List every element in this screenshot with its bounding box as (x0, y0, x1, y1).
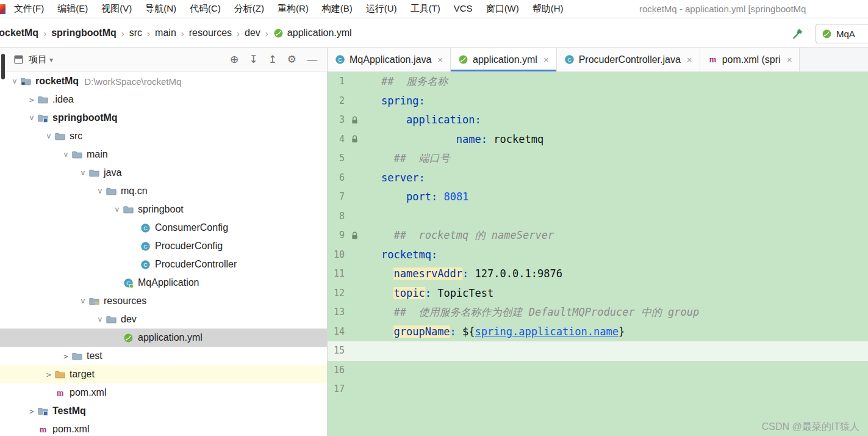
tree-item-.idea[interactable]: >.idea (0, 90, 327, 109)
menu-item[interactable]: 窗口(W) (479, 3, 526, 13)
chevron-expanded-icon[interactable]: > (62, 148, 71, 161)
code-line-12[interactable]: 12 topic: TopicTest (328, 284, 868, 303)
chevron-expanded-icon[interactable]: > (27, 112, 37, 124)
code-line-8[interactable]: 8 (328, 207, 868, 227)
chevron-expanded-icon[interactable]: > (10, 75, 20, 87)
breadcrumb-item[interactable]: springbootMq (51, 27, 117, 38)
line-number: 9 (328, 226, 345, 245)
run-configuration-selector[interactable]: MqA (816, 24, 868, 43)
breadcrumb-item[interactable]: src (129, 27, 142, 38)
tree-item-application.yml[interactable]: application.yml (0, 329, 327, 347)
chevron-expanded-icon[interactable]: > (96, 313, 105, 325)
menu-item[interactable]: 重构(R) (271, 3, 315, 13)
class-icon: C (140, 260, 151, 270)
tree-item-pom.xml[interactable]: mpom.xml (0, 383, 327, 402)
tree-item-label: mq.cn (121, 186, 148, 197)
locate-file-icon[interactable]: ⊕ (230, 54, 239, 65)
maven-icon: m (38, 424, 48, 435)
tree-item-test[interactable]: >test (0, 347, 327, 365)
code-line-13[interactable]: 13 ## 使用服务名称作为创建 DefaultMQProducer 中的 gr… (328, 303, 868, 322)
tree-item-springboot[interactable]: >springboot (0, 200, 327, 219)
gutter-lock-icon[interactable] (351, 231, 359, 240)
code-line-3[interactable]: 3 application: (328, 111, 868, 130)
breadcrumb-item[interactable]: dev (245, 27, 260, 38)
hide-panel-icon[interactable]: — (307, 54, 317, 65)
chevron-expanded-icon[interactable]: > (45, 130, 54, 142)
menu-item[interactable]: 文件(F) (7, 3, 51, 13)
maven-icon: m (55, 388, 65, 398)
breadcrumb-item[interactable]: resources (189, 27, 232, 38)
chevron-expanded-icon[interactable]: > (96, 185, 105, 197)
tree-item-src[interactable]: >src (0, 127, 327, 145)
tab-close-icon[interactable]: × (787, 54, 792, 65)
menu-item[interactable]: 代码(C) (183, 3, 228, 13)
code-line-10[interactable]: 10rocketmq: (328, 245, 868, 265)
line-number: 4 (328, 130, 345, 150)
code-line-15[interactable]: 15 (328, 341, 868, 361)
menu-bar: 文件(F)编辑(E)视图(V)导航(N)代码(C)分析(Z)重构(R)构建(B)… (0, 0, 868, 18)
code-line-2[interactable]: 2spring: (328, 92, 868, 111)
menu-item[interactable]: 帮助(H) (526, 3, 570, 13)
menu-item[interactable]: 分析(Z) (228, 3, 271, 13)
editor-tab-pom.xml (spri[interactable]: mpom.xml (spri× (700, 48, 800, 71)
tree-item-resources[interactable]: >resources (0, 292, 327, 310)
gutter-lock-icon[interactable] (351, 135, 359, 144)
menu-item[interactable]: 运行(U) (359, 3, 404, 13)
gutter-lock-icon[interactable] (351, 116, 359, 125)
chevron-expanded-icon[interactable]: > (79, 295, 88, 307)
code-line-7[interactable]: 7 port: 8081 (328, 187, 868, 207)
editor-tab-MqApplication.java[interactable]: CMqApplication.java× (328, 48, 451, 71)
chevron-down-icon[interactable]: ▾ (49, 56, 53, 64)
tree-item-mq.cn[interactable]: >mq.cn (0, 182, 327, 200)
code-line-11[interactable]: 11 namesrvAddr: 127.0.0.1:9876 (328, 264, 868, 284)
chevron-expanded-icon[interactable]: > (79, 167, 88, 179)
chevron-collapsed-icon[interactable]: > (26, 407, 38, 416)
build-hammer-icon[interactable] (791, 27, 804, 40)
collapse-all-icon[interactable]: ↥ (268, 54, 277, 65)
tab-close-icon[interactable]: × (687, 54, 692, 65)
tab-close-icon[interactable]: × (437, 54, 443, 65)
tree-item-java[interactable]: >java (0, 164, 327, 182)
folder-icon (72, 150, 82, 160)
chevron-expanded-icon[interactable]: > (113, 203, 122, 216)
tree-item-target[interactable]: >target (0, 365, 327, 383)
tree-item-main[interactable]: >main (0, 145, 327, 164)
tree-item-pom.xml[interactable]: mpom.xml (0, 420, 327, 436)
menu-item[interactable]: 构建(B) (315, 3, 359, 13)
code-line-16[interactable]: 16 (328, 361, 868, 380)
tree-item-ProcuderConfig[interactable]: CProcuderConfig (0, 237, 327, 255)
editor-tab-application.yml[interactable]: application.yml× (451, 48, 557, 71)
code-editor[interactable]: 1## 服务名称2spring:3 application:4 name: ro… (328, 72, 868, 436)
settings-gear-icon[interactable]: ⚙ (287, 54, 296, 65)
code-line-1[interactable]: 1## 服务名称 (328, 72, 868, 92)
chevron-collapsed-icon[interactable]: > (26, 95, 38, 104)
menu-item[interactable]: 导航(N) (138, 3, 183, 13)
tab-close-icon[interactable]: × (543, 54, 549, 65)
code-line-17[interactable]: 17 (328, 380, 868, 399)
breadcrumb-item[interactable]: application.yml (273, 27, 352, 38)
tree-item-label: application.yml (138, 332, 203, 343)
expand-all-icon[interactable]: ↧ (249, 54, 257, 65)
tree-item-dev[interactable]: >dev (0, 310, 327, 329)
tree-item-ProcuderController[interactable]: CProcuderController (0, 255, 327, 274)
chevron-collapsed-icon[interactable]: > (43, 370, 55, 379)
editor-tab-ProcuderController.java[interactable]: CProcuderController.java× (557, 48, 700, 71)
tree-item-MqApplication[interactable]: CMqApplication (0, 274, 327, 292)
tree-item-rocketMq[interactable]: >rocketMqD:\workSpace\rocketMq (0, 72, 327, 90)
chevron-collapsed-icon[interactable]: > (60, 352, 72, 361)
breadcrumb-item[interactable]: rocketMq (0, 27, 38, 38)
menu-item[interactable]: 编辑(E) (51, 3, 95, 13)
menu-item[interactable]: 视图(V) (95, 3, 138, 13)
code-line-6[interactable]: 6server: (328, 169, 868, 188)
tree-item-ConsumerConfig[interactable]: CConsumerConfig (0, 219, 327, 237)
code-line-14[interactable]: 14 groupName: ${spring.application.name} (328, 322, 868, 342)
code-line-4[interactable]: 4 name: rocketmq (328, 130, 868, 150)
tree-item-label: ConsumerConfig (155, 222, 228, 233)
tree-item-springbootMq[interactable]: >springbootMq (0, 109, 327, 127)
code-line-5[interactable]: 5 ## 端口号 (328, 149, 868, 169)
menu-item[interactable]: VCS (447, 3, 479, 13)
tree-item-TestMq[interactable]: >TestMq (0, 402, 327, 420)
code-line-9[interactable]: 9 ## rocketmq 的 nameServer (328, 226, 868, 245)
breadcrumb-item[interactable]: main (155, 27, 176, 38)
menu-item[interactable]: 工具(T) (404, 3, 447, 13)
